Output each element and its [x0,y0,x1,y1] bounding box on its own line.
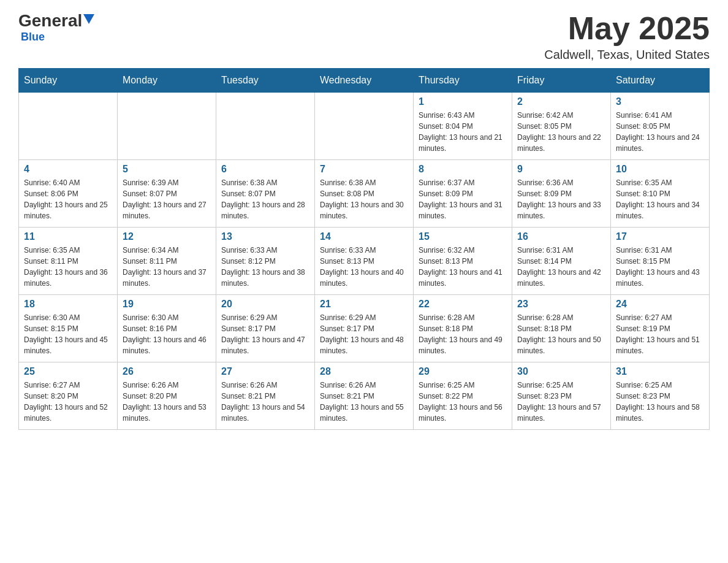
day-number: 2 [517,96,605,107]
day-info: Sunrise: 6:32 AM Sunset: 8:13 PM Dayligh… [419,245,507,289]
day-cell: 30Sunrise: 6:25 AM Sunset: 8:23 PM Dayli… [512,362,611,430]
day-info: Sunrise: 6:38 AM Sunset: 8:07 PM Dayligh… [221,177,309,221]
day-info: Sunrise: 6:28 AM Sunset: 8:18 PM Dayligh… [517,312,605,356]
day-info: Sunrise: 6:31 AM Sunset: 8:15 PM Dayligh… [616,245,704,289]
day-number: 15 [419,231,507,242]
header-cell-wednesday: Wednesday [315,69,414,93]
header-cell-tuesday: Tuesday [216,69,315,93]
day-cell: 24Sunrise: 6:27 AM Sunset: 8:19 PM Dayli… [611,295,710,362]
day-cell: 26Sunrise: 6:26 AM Sunset: 8:20 PM Dayli… [118,362,216,430]
day-number: 31 [616,366,704,377]
day-number: 17 [616,231,704,242]
day-number: 28 [320,366,408,377]
day-info: Sunrise: 6:26 AM Sunset: 8:21 PM Dayligh… [320,380,408,424]
header-cell-thursday: Thursday [414,69,512,93]
day-number: 27 [221,366,309,377]
day-cell: 1Sunrise: 6:43 AM Sunset: 8:04 PM Daylig… [414,93,512,160]
day-cell: 13Sunrise: 6:33 AM Sunset: 8:12 PM Dayli… [216,228,315,295]
day-info: Sunrise: 6:40 AM Sunset: 8:06 PM Dayligh… [24,177,112,221]
day-info: Sunrise: 6:37 AM Sunset: 8:09 PM Dayligh… [419,177,507,221]
day-info: Sunrise: 6:41 AM Sunset: 8:05 PM Dayligh… [616,110,704,154]
day-cell: 27Sunrise: 6:26 AM Sunset: 8:21 PM Dayli… [216,362,315,430]
day-info: Sunrise: 6:29 AM Sunset: 8:17 PM Dayligh… [320,312,408,356]
day-number: 6 [221,164,309,175]
day-cell: 19Sunrise: 6:30 AM Sunset: 8:16 PM Dayli… [118,295,216,362]
day-info: Sunrise: 6:35 AM Sunset: 8:11 PM Dayligh… [24,245,112,289]
day-number: 22 [419,299,507,310]
day-info: Sunrise: 6:25 AM Sunset: 8:22 PM Dayligh… [419,380,507,424]
day-info: Sunrise: 6:26 AM Sunset: 8:20 PM Dayligh… [123,380,211,424]
title-section: May 2025 Caldwell, Texas, United States [544,12,710,62]
day-info: Sunrise: 6:27 AM Sunset: 8:20 PM Dayligh… [24,380,112,424]
header-cell-monday: Monday [118,69,216,93]
day-cell: 2Sunrise: 6:42 AM Sunset: 8:05 PM Daylig… [512,93,611,160]
day-number: 14 [320,231,408,242]
day-number: 23 [517,299,605,310]
day-number: 21 [320,299,408,310]
day-cell: 11Sunrise: 6:35 AM Sunset: 8:11 PM Dayli… [19,228,118,295]
calendar-header: SundayMondayTuesdayWednesdayThursdayFrid… [19,69,710,93]
day-cell: 10Sunrise: 6:35 AM Sunset: 8:10 PM Dayli… [611,160,710,228]
day-number: 3 [616,96,704,107]
day-info: Sunrise: 6:35 AM Sunset: 8:10 PM Dayligh… [616,177,704,221]
day-info: Sunrise: 6:31 AM Sunset: 8:14 PM Dayligh… [517,245,605,289]
day-number: 7 [320,164,408,175]
week-row-3: 18Sunrise: 6:30 AM Sunset: 8:15 PM Dayli… [19,295,710,362]
day-info: Sunrise: 6:30 AM Sunset: 8:15 PM Dayligh… [24,312,112,356]
day-info: Sunrise: 6:26 AM Sunset: 8:21 PM Dayligh… [221,380,309,424]
day-info: Sunrise: 6:27 AM Sunset: 8:19 PM Dayligh… [616,312,704,356]
day-info: Sunrise: 6:42 AM Sunset: 8:05 PM Dayligh… [517,110,605,154]
day-number: 20 [221,299,309,310]
calendar-body: 1Sunrise: 6:43 AM Sunset: 8:04 PM Daylig… [19,93,710,430]
day-cell: 15Sunrise: 6:32 AM Sunset: 8:13 PM Dayli… [414,228,512,295]
day-number: 5 [123,164,211,175]
day-number: 11 [24,231,112,242]
day-cell: 3Sunrise: 6:41 AM Sunset: 8:05 PM Daylig… [611,93,710,160]
day-info: Sunrise: 6:43 AM Sunset: 8:04 PM Dayligh… [419,110,507,154]
day-number: 25 [24,366,112,377]
day-info: Sunrise: 6:38 AM Sunset: 8:08 PM Dayligh… [320,177,408,221]
week-row-4: 25Sunrise: 6:27 AM Sunset: 8:20 PM Dayli… [19,362,710,430]
day-info: Sunrise: 6:29 AM Sunset: 8:17 PM Dayligh… [221,312,309,356]
day-info: Sunrise: 6:25 AM Sunset: 8:23 PM Dayligh… [517,380,605,424]
day-cell: 31Sunrise: 6:25 AM Sunset: 8:23 PM Dayli… [611,362,710,430]
day-cell: 12Sunrise: 6:34 AM Sunset: 8:11 PM Dayli… [118,228,216,295]
day-cell: 4Sunrise: 6:40 AM Sunset: 8:06 PM Daylig… [19,160,118,228]
logo: General Blue [18,12,94,44]
day-cell: 20Sunrise: 6:29 AM Sunset: 8:17 PM Dayli… [216,295,315,362]
day-number: 1 [419,96,507,107]
day-cell: 29Sunrise: 6:25 AM Sunset: 8:22 PM Dayli… [414,362,512,430]
day-info: Sunrise: 6:34 AM Sunset: 8:11 PM Dayligh… [123,245,211,289]
day-info: Sunrise: 6:33 AM Sunset: 8:12 PM Dayligh… [221,245,309,289]
day-info: Sunrise: 6:33 AM Sunset: 8:13 PM Dayligh… [320,245,408,289]
day-number: 24 [616,299,704,310]
day-cell: 14Sunrise: 6:33 AM Sunset: 8:13 PM Dayli… [315,228,414,295]
day-number: 8 [419,164,507,175]
logo-general: General [18,12,82,29]
day-number: 10 [616,164,704,175]
month-title: May 2025 [544,12,710,44]
day-cell: 22Sunrise: 6:28 AM Sunset: 8:18 PM Dayli… [414,295,512,362]
header-cell-saturday: Saturday [611,69,710,93]
calendar-container: SundayMondayTuesdayWednesdayThursdayFrid… [0,68,728,442]
logo-blue-text: Blue [21,31,94,44]
day-cell: 25Sunrise: 6:27 AM Sunset: 8:20 PM Dayli… [19,362,118,430]
day-info: Sunrise: 6:25 AM Sunset: 8:23 PM Dayligh… [616,380,704,424]
day-number: 12 [123,231,211,242]
day-info: Sunrise: 6:30 AM Sunset: 8:16 PM Dayligh… [123,312,211,356]
location: Caldwell, Texas, United States [544,48,710,62]
header-row: SundayMondayTuesdayWednesdayThursdayFrid… [19,69,710,93]
week-row-2: 11Sunrise: 6:35 AM Sunset: 8:11 PM Dayli… [19,228,710,295]
day-cell: 28Sunrise: 6:26 AM Sunset: 8:21 PM Dayli… [315,362,414,430]
calendar-table: SundayMondayTuesdayWednesdayThursdayFrid… [18,68,710,430]
day-number: 16 [517,231,605,242]
day-cell: 8Sunrise: 6:37 AM Sunset: 8:09 PM Daylig… [414,160,512,228]
day-info: Sunrise: 6:28 AM Sunset: 8:18 PM Dayligh… [419,312,507,356]
day-cell: 23Sunrise: 6:28 AM Sunset: 8:18 PM Dayli… [512,295,611,362]
day-number: 30 [517,366,605,377]
day-cell: 9Sunrise: 6:36 AM Sunset: 8:09 PM Daylig… [512,160,611,228]
week-row-0: 1Sunrise: 6:43 AM Sunset: 8:04 PM Daylig… [19,93,710,160]
header-cell-sunday: Sunday [19,69,118,93]
day-cell: 16Sunrise: 6:31 AM Sunset: 8:14 PM Dayli… [512,228,611,295]
day-number: 26 [123,366,211,377]
